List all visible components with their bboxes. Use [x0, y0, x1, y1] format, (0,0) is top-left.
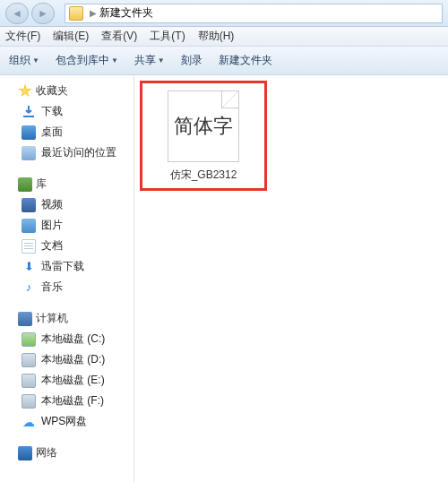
- content-pane[interactable]: 简体字 仿宋_GB2312: [134, 75, 448, 482]
- sidebar-item-desktop[interactable]: 桌面: [0, 122, 134, 142]
- sidebar-group-network[interactable]: 网络: [0, 443, 134, 463]
- menu-file[interactable]: 文件(F): [5, 29, 40, 44]
- font-file-icon: 简体字: [168, 90, 239, 162]
- highlight-box: 简体字 仿宋_GB2312: [140, 81, 267, 191]
- video-icon: [22, 198, 36, 212]
- sidebar-item-wps-cloud[interactable]: ☁WPS网盘: [0, 411, 134, 432]
- sidebar-item-thunder[interactable]: ⬇迅雷下载: [0, 256, 134, 277]
- file-name: 仿宋_GB2312: [168, 168, 239, 183]
- download-icon: [22, 105, 36, 119]
- disk-icon: [22, 394, 36, 409]
- disk-icon: [22, 374, 36, 388]
- sidebar-item-documents[interactable]: 文档: [0, 236, 134, 256]
- sidebar-item-videos[interactable]: 视频: [0, 194, 134, 215]
- file-item[interactable]: 简体字 仿宋_GB2312: [168, 90, 239, 183]
- toolbar-new-folder[interactable]: 新建文件夹: [219, 53, 272, 68]
- cloud-icon: ☁: [22, 415, 36, 429]
- sidebar-group-libraries[interactable]: 库: [0, 174, 134, 194]
- toolbar: 组织▼ 包含到库中▼ 共享▼ 刻录 新建文件夹: [0, 47, 448, 75]
- menu-tools[interactable]: 工具(T): [150, 29, 185, 44]
- titlebar: ◄ ► ▶ 新建文件夹: [0, 0, 448, 27]
- back-button[interactable]: ◄: [5, 3, 29, 24]
- thunder-icon: ⬇: [22, 260, 36, 274]
- sidebar-item-music[interactable]: ♪音乐: [0, 277, 134, 297]
- sidebar-item-pictures[interactable]: 图片: [0, 215, 134, 236]
- toolbar-burn[interactable]: 刻录: [181, 53, 202, 68]
- disk-icon: [22, 332, 36, 347]
- forward-button[interactable]: ►: [31, 3, 55, 24]
- font-thumb-text: 简体字: [174, 113, 233, 140]
- star-icon: [18, 84, 32, 99]
- network-icon: [18, 446, 32, 460]
- folder-icon: [69, 6, 83, 21]
- toolbar-include[interactable]: 包含到库中▼: [56, 53, 118, 68]
- sidebar-item-disk-f[interactable]: 本地磁盘 (F:): [0, 391, 134, 411]
- toolbar-share[interactable]: 共享▼: [134, 53, 165, 68]
- sidebar-group-favorites[interactable]: 收藏夹: [0, 81, 134, 101]
- sidebar-label: 网络: [36, 445, 57, 460]
- sidebar-item-downloads[interactable]: 下载: [0, 101, 134, 122]
- sidebar-item-disk-d[interactable]: 本地磁盘 (D:): [0, 349, 134, 370]
- desktop-icon: [22, 125, 36, 140]
- picture-icon: [22, 219, 36, 233]
- menu-view[interactable]: 查看(V): [101, 29, 137, 44]
- menubar: 文件(F) 编辑(E) 查看(V) 工具(T) 帮助(H): [0, 27, 448, 47]
- sidebar-label: 计算机: [36, 311, 68, 326]
- library-icon: [18, 177, 32, 192]
- sidebar: 收藏夹 下载 桌面 最近访问的位置 库 视频 图片 文档 ⬇迅雷下载 ♪音乐 计…: [0, 75, 134, 482]
- computer-icon: [18, 312, 32, 326]
- music-icon: ♪: [22, 280, 36, 295]
- disk-icon: [22, 353, 36, 367]
- breadcrumb[interactable]: ▶ 新建文件夹: [65, 4, 443, 23]
- document-icon: [22, 239, 36, 254]
- menu-help[interactable]: 帮助(H): [198, 29, 235, 44]
- menu-edit[interactable]: 编辑(E): [53, 29, 89, 44]
- recent-icon: [22, 146, 36, 160]
- sidebar-label: 收藏夹: [36, 83, 68, 99]
- breadcrumb-separator: ▶: [90, 8, 97, 18]
- sidebar-item-recent[interactable]: 最近访问的位置: [0, 142, 134, 163]
- sidebar-group-computer[interactable]: 计算机: [0, 308, 134, 329]
- sidebar-item-disk-c[interactable]: 本地磁盘 (C:): [0, 329, 134, 349]
- sidebar-item-disk-e[interactable]: 本地磁盘 (E:): [0, 370, 134, 391]
- toolbar-organize[interactable]: 组织▼: [9, 53, 39, 68]
- breadcrumb-current: 新建文件夹: [99, 5, 153, 21]
- sidebar-label: 库: [36, 176, 47, 192]
